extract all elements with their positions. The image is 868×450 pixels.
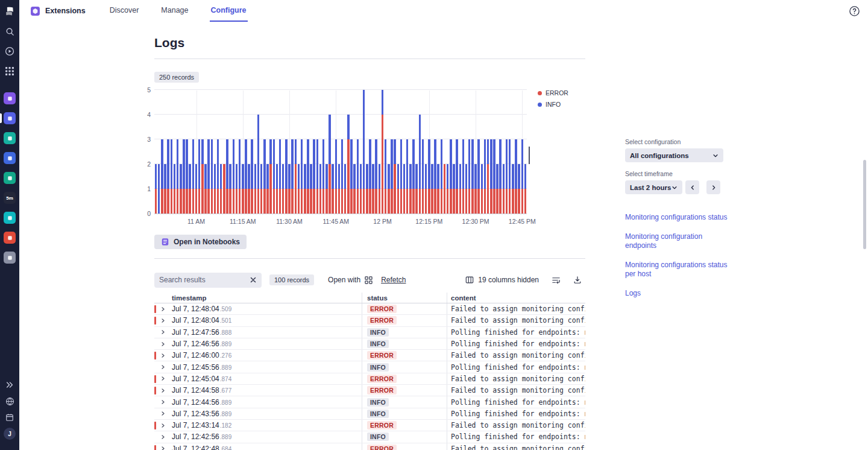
expand-row-icon[interactable] bbox=[160, 341, 166, 347]
info-bar-segment bbox=[171, 139, 173, 189]
expand-row-icon[interactable] bbox=[160, 423, 166, 428]
expand-row-icon[interactable] bbox=[160, 318, 166, 323]
help-icon[interactable] bbox=[849, 5, 860, 17]
timeframe-next-button[interactable] bbox=[706, 180, 720, 194]
error-bar-segment bbox=[447, 189, 449, 214]
search-icon[interactable] bbox=[4, 25, 16, 37]
app-blue-icon[interactable] bbox=[4, 152, 16, 164]
error-bar-segment bbox=[453, 189, 455, 214]
timeframe-previous-button[interactable] bbox=[685, 180, 699, 194]
chart-xtick-label: 12:45 PM bbox=[509, 218, 536, 225]
expand-row-icon[interactable] bbox=[160, 306, 166, 312]
expand-row-icon[interactable] bbox=[160, 388, 166, 393]
user-avatar[interactable]: J bbox=[4, 428, 16, 440]
section-divider bbox=[154, 258, 585, 259]
app-green-icon[interactable] bbox=[4, 172, 16, 184]
collapse-rail-icon[interactable] bbox=[4, 379, 16, 391]
app-purple-icon[interactable] bbox=[4, 92, 16, 104]
expand-row-icon[interactable] bbox=[160, 399, 166, 405]
app-dark-icon[interactable]: 5m bbox=[4, 192, 16, 204]
table-row[interactable]: Jul 7, 12:45:56.889INFOPolling finished … bbox=[154, 361, 585, 373]
info-bar-segment bbox=[496, 164, 498, 189]
app-gray-icon[interactable] bbox=[4, 252, 16, 264]
tab-discover[interactable]: Discover bbox=[108, 0, 140, 22]
table-row[interactable]: Jul 7, 12:44:56.889INFOPolling finished … bbox=[154, 396, 585, 408]
info-bar-segment bbox=[322, 139, 325, 189]
content-column-header[interactable]: content bbox=[447, 293, 585, 303]
info-bar-segment bbox=[291, 139, 294, 189]
expand-row-icon[interactable] bbox=[160, 434, 166, 440]
error-bar-segment bbox=[291, 189, 294, 214]
columns-hidden-button[interactable]: 19 columns hidden bbox=[465, 276, 539, 284]
info-bar-segment bbox=[447, 164, 449, 189]
status-column-header[interactable]: status bbox=[362, 293, 447, 303]
info-bar-segment bbox=[357, 139, 359, 189]
page-scrollbar-thumb[interactable] bbox=[863, 160, 866, 249]
open-with-button[interactable]: Open with bbox=[328, 276, 373, 284]
info-bar-segment bbox=[437, 164, 439, 189]
error-bar-segment bbox=[350, 189, 353, 214]
audit-log-icon[interactable] bbox=[4, 411, 16, 423]
chart-yaxis: 012345 bbox=[136, 90, 151, 214]
panel-link-4[interactable]: Logs bbox=[625, 289, 731, 299]
open-in-notebooks-button[interactable]: Open in Notebooks bbox=[154, 235, 247, 249]
app-cyan-icon[interactable] bbox=[4, 212, 16, 224]
refetch-button[interactable]: Refetch bbox=[381, 276, 406, 284]
download-icon[interactable] bbox=[573, 276, 582, 284]
line-wrap-icon[interactable] bbox=[552, 276, 561, 285]
error-bar-segment bbox=[481, 189, 483, 214]
error-bar-segment bbox=[391, 189, 393, 214]
dynatrace-logo[interactable] bbox=[4, 5, 16, 17]
search-input[interactable] bbox=[159, 276, 247, 284]
error-bar-segment bbox=[335, 189, 338, 214]
status-badge: INFO bbox=[367, 398, 389, 407]
configuration-dropdown[interactable]: All configurations bbox=[625, 148, 723, 162]
app-teal-icon[interactable] bbox=[4, 132, 16, 144]
table-row[interactable]: Jul 7, 12:43:56.889INFOPolling finished … bbox=[154, 408, 585, 420]
panel-link-3[interactable]: Monitoring configurations status per hos… bbox=[625, 261, 731, 279]
error-bar-segment bbox=[189, 189, 191, 214]
panel-link-1[interactable]: Monitoring configurations status bbox=[625, 213, 731, 223]
settings-globe-icon[interactable] bbox=[4, 395, 16, 407]
content-value: Polling finished for endpoints: nat bbox=[451, 363, 585, 372]
expand-row-icon[interactable] bbox=[160, 376, 166, 381]
expand-row-icon[interactable] bbox=[160, 364, 166, 370]
expand-row-icon[interactable] bbox=[160, 446, 166, 450]
table-row[interactable]: Jul 7, 12:42:48.684ERRORFailed to assign… bbox=[154, 443, 585, 450]
clear-search-icon[interactable] bbox=[247, 274, 259, 286]
error-bar-segment bbox=[468, 189, 471, 214]
info-bar-segment bbox=[487, 139, 489, 164]
run-icon[interactable] bbox=[4, 45, 16, 57]
timestamp-value: Jul 7, 12:45:04 bbox=[172, 375, 219, 383]
table-row[interactable]: Jul 7, 12:44:58.677ERRORFailed to assign… bbox=[154, 385, 585, 396]
info-bar-segment bbox=[161, 139, 163, 189]
expand-row-icon[interactable] bbox=[160, 329, 166, 335]
table-row[interactable]: Jul 7, 12:48:04.501ERRORFailed to assign… bbox=[154, 315, 585, 326]
chart-plot bbox=[154, 90, 527, 214]
apps-grid-icon[interactable] bbox=[4, 65, 16, 77]
app-extensions-active-icon[interactable] bbox=[4, 112, 16, 124]
table-row[interactable]: Jul 7, 12:42:56.889INFOPolling finished … bbox=[154, 431, 585, 443]
table-header: timestamp status content bbox=[154, 293, 585, 303]
table-row[interactable]: Jul 7, 12:46:00.276ERRORFailed to assign… bbox=[154, 350, 585, 361]
timestamp-column-header[interactable]: timestamp bbox=[169, 294, 362, 302]
info-bar-segment bbox=[301, 139, 303, 189]
app-red-icon[interactable] bbox=[4, 232, 16, 244]
page-title: Logs bbox=[154, 36, 585, 59]
expand-row-icon[interactable] bbox=[160, 353, 166, 358]
table-row[interactable]: Jul 7, 12:43:14.182ERRORFailed to assign… bbox=[154, 420, 585, 431]
chart-scrollbar-thumb[interactable] bbox=[529, 147, 530, 164]
severity-marker bbox=[154, 329, 156, 337]
tab-configure[interactable]: Configure bbox=[210, 0, 248, 22]
timeframe-dropdown[interactable]: Last 2 hours bbox=[625, 180, 682, 194]
tab-manage[interactable]: Manage bbox=[160, 0, 189, 22]
error-bar-segment bbox=[201, 164, 204, 214]
top-bar: Extensions DiscoverManageConfigure bbox=[19, 0, 868, 22]
panel-link-2[interactable]: Monitoring configuration endpoints bbox=[625, 232, 731, 251]
table-row[interactable]: Jul 7, 12:46:56.889INFOPolling finished … bbox=[154, 338, 585, 350]
table-row[interactable]: Jul 7, 12:47:56.888INFOPolling finished … bbox=[154, 327, 585, 338]
expand-row-icon[interactable] bbox=[160, 411, 166, 416]
info-bar-segment bbox=[388, 164, 390, 189]
table-row[interactable]: Jul 7, 12:45:04.874ERRORFailed to assign… bbox=[154, 373, 585, 385]
table-row[interactable]: Jul 7, 12:48:04.509ERRORFailed to assign… bbox=[154, 303, 585, 315]
